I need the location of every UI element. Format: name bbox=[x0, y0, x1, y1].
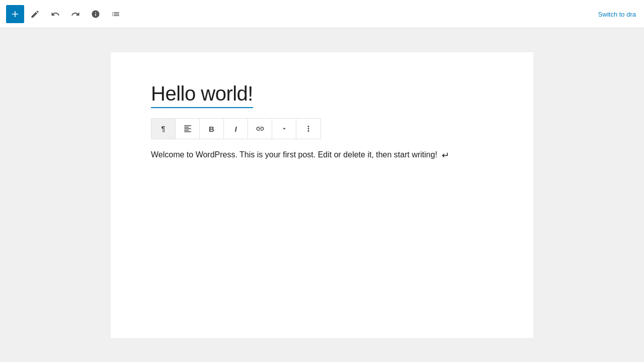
switch-to-draft-link[interactable]: Switch to dra bbox=[598, 11, 636, 18]
alignment-button[interactable] bbox=[176, 119, 200, 139]
tools-button[interactable] bbox=[26, 5, 44, 23]
more-rich-options-button[interactable] bbox=[272, 119, 296, 139]
info-icon bbox=[91, 10, 100, 19]
list-view-icon bbox=[111, 10, 120, 19]
toolbar-left-group bbox=[6, 5, 125, 23]
link-button[interactable] bbox=[248, 119, 272, 139]
italic-icon: I bbox=[234, 125, 236, 133]
paragraph-text: Welcome to WordPress. This is your first… bbox=[151, 150, 437, 159]
info-button[interactable] bbox=[87, 5, 105, 23]
bold-icon: B bbox=[209, 125, 214, 133]
redo-icon bbox=[71, 10, 80, 19]
undo-button[interactable] bbox=[46, 5, 64, 23]
add-block-button[interactable] bbox=[6, 5, 24, 23]
post-title[interactable]: Hello world! bbox=[151, 82, 253, 108]
link-icon bbox=[256, 124, 265, 133]
editor-canvas: Hello world! ¶ B I bbox=[111, 52, 533, 338]
content-area: Hello world! ¶ B I bbox=[0, 28, 644, 362]
cursor-icon: ↵ bbox=[442, 147, 449, 163]
chevron-down-icon bbox=[281, 125, 288, 132]
options-dots-icon bbox=[304, 124, 313, 133]
paragraph-icon: ¶ bbox=[162, 125, 166, 133]
list-view-button[interactable] bbox=[107, 5, 125, 23]
paragraph-type-button[interactable]: ¶ bbox=[151, 119, 176, 139]
paragraph-content[interactable]: Welcome to WordPress. This is your first… bbox=[151, 147, 463, 163]
top-toolbar: Switch to dra bbox=[0, 0, 644, 28]
bold-button[interactable]: B bbox=[200, 119, 224, 139]
plus-icon bbox=[11, 10, 20, 19]
undo-icon bbox=[51, 10, 60, 19]
block-options-button[interactable] bbox=[296, 119, 320, 139]
toolbar-right-group: Switch to dra bbox=[598, 10, 636, 19]
italic-button[interactable]: I bbox=[224, 119, 248, 139]
pen-icon bbox=[31, 10, 40, 19]
redo-button[interactable] bbox=[66, 5, 85, 23]
block-toolbar: ¶ B I bbox=[151, 118, 321, 139]
align-icon bbox=[183, 124, 192, 133]
